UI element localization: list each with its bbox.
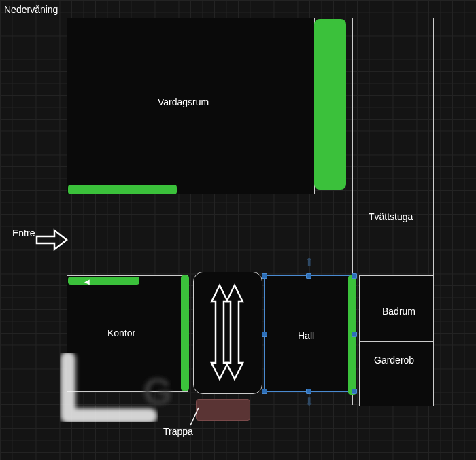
selection-handle[interactable] [352, 389, 357, 394]
svg-line-0 [190, 408, 199, 425]
mini-left-arrow-icon: ◀ [84, 278, 90, 285]
selection-handle[interactable] [352, 273, 357, 279]
label-vardagsrum: Vardagsrum [158, 96, 209, 107]
panel-kontor-top [68, 277, 139, 285]
entry-arrow-icon [35, 228, 68, 251]
trappa-leader-line [189, 406, 200, 427]
selection-handle[interactable] [262, 273, 267, 279]
selection-handle[interactable] [352, 332, 357, 337]
selection-handle[interactable] [262, 389, 267, 394]
drag-down-icon: ⬇ [305, 395, 313, 408]
label-tvattstuga: Tvättstuga [369, 211, 413, 222]
selection-handle[interactable] [262, 332, 267, 337]
label-trappa: Trappa [163, 426, 193, 437]
panel-vardagsrum-right [314, 19, 346, 190]
brown-box[interactable] [196, 399, 250, 421]
drag-up-icon: ⬆ [305, 255, 313, 268]
stair-double-arrow-icon [206, 281, 248, 386]
selection-handle[interactable] [306, 273, 311, 279]
label-hall: Hall [298, 330, 314, 341]
label-entre: Entre [12, 228, 35, 238]
page-title: Nedervåning [4, 4, 58, 15]
room-garderob[interactable] [359, 342, 434, 406]
panel-vardagsrum-bottom [68, 185, 177, 194]
label-kontor: Kontor [107, 328, 135, 338]
label-badrum: Badrum [382, 306, 415, 317]
panel-kontor-right [181, 275, 189, 391]
selection-handle[interactable] [306, 389, 311, 394]
label-garderob: Garderob [374, 355, 414, 366]
